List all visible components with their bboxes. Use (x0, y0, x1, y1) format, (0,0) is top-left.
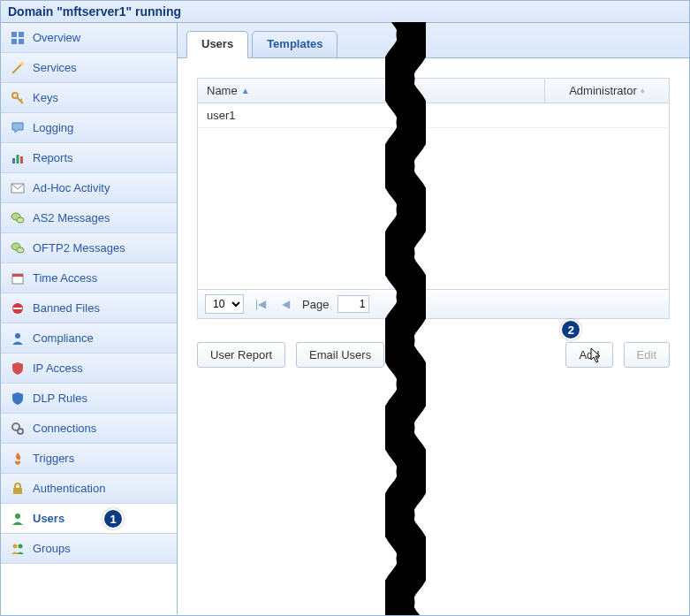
sidebar-item-label: Services (33, 61, 168, 74)
cell-admin (545, 103, 669, 127)
svg-rect-21 (13, 488, 22, 494)
sidebar-item-label: Overview (33, 31, 168, 44)
add-button[interactable]: Add (565, 342, 612, 368)
step-badge-2: 2 (560, 319, 581, 340)
noentry-icon (10, 301, 26, 316)
sidebar-item-adhoc[interactable]: Ad-Hoc Activity (1, 173, 177, 203)
sidebar-item-label: AS2 Messages (33, 211, 168, 224)
main-panel: Users Templates Name ▲ Administrator ♦ (178, 23, 689, 614)
column-header-name[interactable]: Name ▲ (198, 79, 545, 103)
bubbles-icon (10, 211, 26, 225)
column-header-administrator[interactable]: Administrator ♦ (545, 79, 669, 103)
shield-red-icon (10, 361, 26, 376)
sidebar-item-logging[interactable]: Logging (1, 113, 177, 143)
sidebar-item-oftp2[interactable]: OFTP2 Messages (1, 233, 177, 263)
sidebar: Overview Services Keys Logging Reports A… (1, 23, 178, 614)
wand-icon (10, 61, 26, 75)
sidebar-item-label: Banned Files (33, 301, 168, 315)
tab-templates[interactable]: Templates (252, 31, 337, 58)
sidebar-item-banned[interactable]: Banned Files (1, 293, 177, 323)
svg-point-23 (13, 544, 18, 548)
sidebar-item-dlp[interactable]: DLP Rules (1, 384, 177, 414)
svg-rect-15 (12, 274, 23, 277)
svg-rect-3 (19, 39, 24, 44)
pager-first-icon[interactable]: |◀ (253, 296, 269, 312)
svg-point-11 (17, 217, 24, 223)
svg-point-22 (15, 513, 20, 519)
sidebar-item-triggers[interactable]: Triggers (1, 444, 177, 474)
sidebar-item-services[interactable]: Services (1, 53, 177, 83)
sidebar-item-groups[interactable]: Groups (1, 534, 177, 564)
sidebar-item-connections[interactable]: Connections (1, 414, 177, 444)
grid-icon (10, 31, 26, 45)
tab-users[interactable]: Users (186, 31, 248, 58)
bubbles-icon (10, 241, 26, 255)
shield-blue-icon (10, 392, 26, 406)
lock-icon (10, 482, 26, 496)
column-label: Administrator (569, 84, 637, 97)
table-row[interactable]: user1 (198, 103, 669, 128)
person-icon (10, 331, 26, 346)
edit-button[interactable]: Edit (624, 342, 670, 368)
sidebar-item-label: Keys (33, 91, 168, 104)
sidebar-item-label: OFTP2 Messages (33, 241, 168, 255)
sidebar-item-label: Ad-Hoc Activity (33, 181, 168, 194)
email-users-button[interactable]: Email Users (296, 342, 384, 368)
pager-prev-icon[interactable]: ◀ (277, 296, 293, 312)
sidebar-item-label: DLP Rules (33, 392, 168, 405)
flame-icon (10, 452, 26, 466)
window-title: Domain "mftserver1" running (1, 1, 689, 23)
svg-point-13 (17, 247, 24, 253)
sidebar-item-label: Users (33, 512, 168, 525)
sidebar-item-users[interactable]: Users 1 (1, 504, 177, 534)
mail-icon (10, 181, 26, 195)
column-label: Name (207, 84, 238, 97)
svg-rect-8 (20, 156, 23, 164)
sidebar-item-as2[interactable]: AS2 Messages (1, 203, 177, 233)
svg-rect-0 (11, 32, 17, 37)
grid-header: Name ▲ Administrator ♦ (198, 79, 669, 103)
grid-body: user1 (198, 103, 669, 289)
pager-page-label: Page (302, 298, 329, 311)
content-area: Name ▲ Administrator ♦ user1 (178, 58, 689, 368)
sidebar-item-label: Reports (33, 151, 168, 164)
svg-rect-1 (19, 32, 24, 37)
users-icon (10, 542, 26, 556)
sidebar-item-label: Compliance (33, 331, 168, 345)
page-size-select[interactable]: 10 (205, 294, 244, 314)
layout: Overview Services Keys Logging Reports A… (1, 23, 689, 614)
sidebar-item-label: Connections (33, 422, 168, 435)
users-grid: Name ▲ Administrator ♦ user1 (197, 78, 670, 319)
sidebar-item-label: IP Access (33, 361, 168, 375)
sidebar-item-compliance[interactable]: Compliance (1, 323, 177, 354)
pager-page-input[interactable] (337, 295, 369, 313)
pager: 10 |◀ ◀ Page (198, 289, 669, 318)
sidebar-item-reports[interactable]: Reports (1, 143, 177, 173)
sidebar-item-label: Triggers (33, 452, 168, 465)
svg-rect-7 (17, 155, 19, 164)
sidebar-item-timeaccess[interactable]: Time Access (1, 263, 177, 293)
sidebar-item-ipaccess[interactable]: IP Access (1, 354, 177, 384)
sidebar-item-label: Logging (33, 121, 168, 134)
sidebar-item-label: Groups (33, 542, 168, 555)
tabstrip: Users Templates (178, 23, 689, 58)
step-badge-1: 1 (102, 508, 124, 529)
calendar-icon (10, 271, 26, 285)
svg-rect-2 (11, 39, 17, 44)
gears-icon (10, 422, 26, 436)
sort-asc-icon: ▲ (241, 86, 250, 95)
sidebar-item-authentication[interactable]: Authentication (1, 474, 177, 504)
sidebar-item-keys[interactable]: Keys (1, 83, 177, 113)
barchart-icon (10, 151, 26, 165)
svg-point-18 (15, 333, 20, 338)
sidebar-item-label: Time Access (33, 271, 168, 285)
cell-name: user1 (198, 103, 545, 127)
sidebar-item-overview[interactable]: Overview (1, 23, 177, 53)
svg-rect-6 (12, 158, 15, 164)
sidebar-item-label: Authentication (33, 482, 168, 495)
chat-icon (10, 121, 26, 135)
svg-point-24 (19, 544, 23, 548)
button-row: User Report Email Users 2 Add Edit (197, 342, 670, 368)
user-report-button[interactable]: User Report (197, 342, 285, 368)
svg-rect-17 (13, 308, 22, 309)
